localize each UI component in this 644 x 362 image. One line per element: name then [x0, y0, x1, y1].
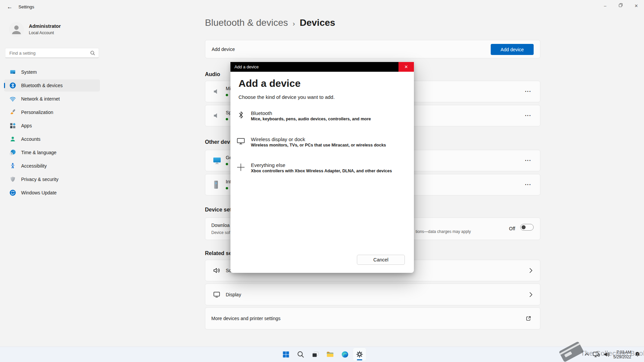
search-box[interactable] — [5, 48, 99, 58]
settings-app-button[interactable] — [353, 348, 366, 361]
minimize-icon: – — [604, 3, 606, 8]
toggle-knob — [522, 225, 526, 229]
taskbar-center-icons — [279, 348, 366, 361]
notification-bell-icon[interactable]: z — [634, 351, 641, 358]
add-device-button[interactable]: Add device — [491, 44, 534, 55]
setting-subtitle: Device sof — [211, 230, 230, 235]
option-description: Xbox controllers with Xbox Wireless Adap… — [251, 168, 392, 174]
person-icon — [9, 22, 24, 37]
status-dot — [226, 187, 228, 189]
more-options-button[interactable]: ··· — [525, 182, 531, 188]
sidebar-item-accounts[interactable]: Accounts — [4, 133, 100, 145]
user-name: Administrator — [29, 23, 61, 29]
related-row-label: More devices and printer settings — [211, 316, 280, 321]
more-options-button[interactable]: ··· — [525, 113, 531, 119]
sidebar-item-accessibility[interactable]: Accessibility — [4, 160, 100, 172]
sidebar-item-label: System — [21, 69, 37, 75]
sidebar-item-privacy-security[interactable]: Privacy & security — [4, 173, 100, 185]
search-icon — [297, 351, 304, 358]
tower-device-icon — [213, 180, 219, 189]
task-view-icon — [312, 351, 319, 358]
system-icon — [9, 69, 16, 75]
search-input[interactable] — [9, 50, 90, 56]
selected-indicator — [4, 83, 5, 88]
dialog-titlebar-text: Add a device — [234, 65, 259, 69]
hidden-icons-chevron-icon[interactable] — [584, 353, 589, 356]
sidebar-item-time-language[interactable]: Time & language — [4, 146, 100, 159]
sidebar-nav: System Bluetooth & devices Network & int… — [4, 66, 100, 200]
status-dot — [226, 94, 228, 96]
sidebar-item-bluetooth-devices[interactable]: Bluetooth & devices — [4, 79, 100, 92]
breadcrumb-separator-icon: › — [293, 19, 295, 27]
more-options-button[interactable]: ··· — [525, 88, 531, 95]
time-language-icon — [9, 149, 16, 156]
sidebar-item-label: Network & internet — [21, 96, 60, 102]
edge-icon — [341, 351, 349, 358]
related-row-more-devices[interactable]: More devices and printer settings — [205, 307, 540, 329]
privacy-security-icon — [9, 176, 16, 183]
file-explorer-icon — [326, 350, 334, 358]
cancel-button[interactable]: Cancel — [357, 255, 405, 265]
external-link-icon — [526, 316, 531, 321]
minimize-button[interactable]: – — [597, 0, 613, 11]
task-view-button[interactable] — [309, 348, 322, 361]
speaker-icon — [213, 112, 220, 119]
setting-subtitle-fragment: tions—data charges may apply — [416, 229, 471, 234]
restore-button[interactable] — [613, 0, 628, 11]
dialog-heading: Add a device — [238, 78, 301, 89]
option-title: Bluetooth — [251, 110, 371, 116]
back-button[interactable]: ← — [4, 3, 15, 11]
sidebar-item-personalization[interactable]: Personalization — [4, 106, 100, 118]
toggle-state-label: Off — [509, 226, 515, 231]
system-tray: 7:03 AM 5/29/2022 z — [584, 347, 644, 362]
clock[interactable]: 7:03 AM 5/29/2022 — [613, 350, 631, 359]
more-options-button[interactable]: ··· — [525, 158, 531, 164]
sidebar-item-system[interactable]: System — [4, 66, 100, 78]
download-toggle[interactable] — [520, 224, 534, 231]
chevron-right-icon — [529, 292, 533, 298]
bluetooth-icon — [9, 82, 16, 89]
sound-icon — [213, 266, 221, 275]
gear-icon — [356, 350, 364, 358]
dialog-close-button[interactable]: ✕ — [398, 62, 414, 72]
file-explorer-button[interactable] — [323, 348, 337, 361]
accounts-icon — [9, 136, 16, 142]
taskbar: 7:03 AM 5/29/2022 z — [0, 347, 644, 362]
setting-title: Downloa — [211, 223, 229, 228]
sidebar-item-apps[interactable]: Apps — [4, 120, 100, 132]
avatar[interactable] — [9, 22, 24, 37]
sidebar-item-label: Personalization — [21, 110, 53, 115]
apps-icon — [9, 122, 16, 129]
sidebar-item-windows-update[interactable]: Windows Update — [4, 187, 100, 199]
network-icon — [9, 96, 16, 102]
dialog-titlebar: Add a device ✕ — [230, 62, 414, 72]
page-title: Devices — [300, 17, 335, 28]
close-window-button[interactable]: ✕ — [629, 0, 644, 11]
sidebar-item-label: Apps — [21, 123, 32, 128]
related-row-label: Display — [226, 292, 241, 297]
option-description: Wireless monitors, TVs, or PCs that use … — [251, 142, 386, 148]
volume-tray-icon[interactable] — [603, 351, 610, 358]
dialog-option-wireless-display[interactable]: Wireless display or dock Wireless monito… — [236, 136, 407, 148]
dialog-option-bluetooth[interactable]: Bluetooth Mice, keyboards, pens, audio d… — [236, 110, 407, 122]
sidebar-item-network-internet[interactable]: Network & internet — [4, 93, 100, 105]
windows-logo-icon — [282, 351, 290, 358]
breadcrumb-parent[interactable]: Bluetooth & devices — [205, 17, 288, 28]
close-icon: ✕ — [405, 64, 408, 69]
display-icon — [213, 291, 221, 299]
personalization-icon — [9, 109, 16, 116]
option-title: Everything else — [251, 162, 392, 168]
start-button[interactable] — [279, 348, 292, 361]
sidebar-item-label: Windows Update — [21, 190, 57, 195]
taskbar-search-button[interactable] — [294, 348, 307, 361]
restore-icon — [619, 3, 623, 8]
status-dot — [226, 118, 228, 120]
dialog-option-everything-else[interactable]: Everything else Xbox controllers with Xb… — [236, 162, 407, 174]
edge-button[interactable] — [338, 348, 352, 361]
status-dot — [226, 163, 228, 165]
option-description: Mice, keyboards, pens, audio devices, co… — [251, 116, 371, 122]
related-row-display[interactable]: Display — [205, 284, 540, 305]
active-app-indicator — [357, 359, 362, 360]
network-tray-icon[interactable] — [592, 351, 600, 358]
sidebar-item-label: Privacy & security — [21, 177, 58, 182]
